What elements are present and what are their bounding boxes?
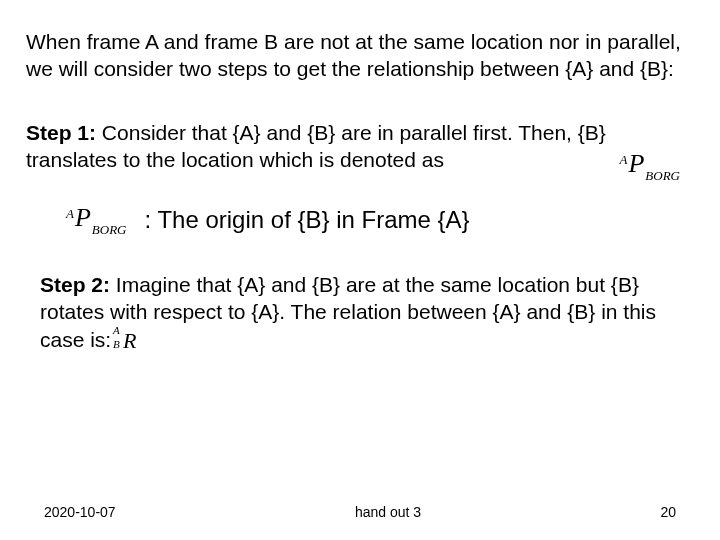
- pborg-sub: BORG: [645, 168, 680, 183]
- pborg-main: P: [628, 149, 644, 178]
- step1-text: Consider that {A} and {B} are in paralle…: [26, 121, 606, 171]
- definition-text: : The origin of {B} in Frame {A}: [145, 206, 470, 234]
- rot-pre-top: A: [113, 323, 120, 337]
- slide: When frame A and frame B are not at the …: [0, 0, 720, 540]
- step1: Step 1: Consider that {A} and {B} are in…: [26, 119, 694, 174]
- intro-paragraph: When frame A and frame B are not at the …: [26, 28, 694, 83]
- rotation-notation: A B R: [121, 327, 136, 356]
- step1-label: Step 1:: [26, 121, 96, 144]
- step2-label: Step 2:: [40, 273, 110, 296]
- pborg-pre: A: [66, 206, 74, 221]
- rot-pre-bot: B: [113, 337, 120, 351]
- step2-block: Step 2: Imagine that {A} and {B} are at …: [40, 271, 680, 355]
- footer-page: 20: [660, 504, 676, 520]
- definition-row: APBORG : The origin of {B} in Frame {A}: [66, 203, 694, 237]
- step1-block: Step 1: Consider that {A} and {B} are in…: [26, 119, 694, 174]
- rot-main: R: [123, 328, 136, 353]
- footer: 2020-10-07 hand out 3 20: [0, 504, 720, 520]
- pborg-sub: BORG: [92, 222, 127, 237]
- footer-handout: hand out 3: [116, 504, 661, 520]
- pborg-pre: A: [619, 152, 627, 167]
- footer-date: 2020-10-07: [44, 504, 116, 520]
- pborg-main: P: [75, 203, 91, 232]
- pborg-notation: APBORG: [66, 203, 127, 237]
- pborg-notation-inline: APBORG: [619, 149, 680, 183]
